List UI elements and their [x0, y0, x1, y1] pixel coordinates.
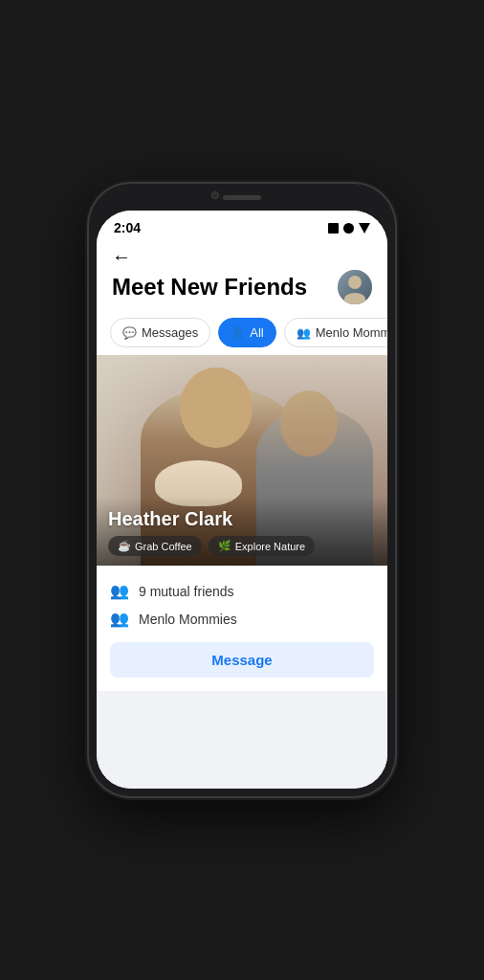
messages-tab-icon: 💬 [122, 326, 137, 340]
mutual-friends-text: 9 mutual friends [139, 584, 234, 599]
status-icons [328, 223, 370, 234]
content-area: Heather Clark ☕ Grab Coffee 🌿 Explore Na… [97, 355, 387, 789]
profile-image-container: Heather Clark ☕ Grab Coffee 🌿 Explore Na… [97, 355, 387, 566]
avatar-image [338, 270, 372, 304]
battery-icon [328, 223, 339, 234]
wifi-icon [359, 223, 370, 234]
tab-menlo-mommies[interactable]: 👥 Menlo Mommies [284, 318, 387, 347]
tab-messages-label: Messages [142, 325, 198, 340]
phone-frame: 2:04 ← Meet New Friends 💬 Mess [89, 184, 395, 796]
status-time: 2:04 [114, 220, 141, 235]
header: ← Meet New Friends [97, 241, 387, 312]
group-icon: 👥 [110, 610, 129, 628]
status-bar: 2:04 [97, 211, 387, 241]
interest-grab-coffee[interactable]: ☕ Grab Coffee [108, 536, 202, 556]
interest-tags: ☕ Grab Coffee 🌿 Explore Nature [108, 536, 376, 556]
signal-icon [343, 223, 354, 234]
group-row: 👥 Menlo Mommies [110, 605, 374, 633]
message-button[interactable]: Message [110, 642, 374, 678]
tab-all[interactable]: 👤 All [218, 318, 275, 347]
coffee-icon: ☕ [118, 540, 131, 552]
filter-tabs: 💬 Messages 👤 All 👥 Menlo Mommies [97, 312, 387, 355]
group-text: Menlo Mommies [139, 612, 237, 627]
message-button-wrap: Message [97, 633, 387, 691]
page-title: Meet New Friends [112, 274, 307, 301]
tab-messages[interactable]: 💬 Messages [110, 318, 210, 347]
camera-dot [211, 191, 219, 199]
all-tab-icon: 👤 [231, 326, 245, 340]
card-details: 👥 9 mutual friends 👥 Menlo Mommies [97, 566, 387, 633]
tab-menlo-label: Menlo Mommies [316, 325, 387, 340]
coffee-label: Grab Coffee [135, 541, 192, 552]
profile-card: Heather Clark ☕ Grab Coffee 🌿 Explore Na… [97, 355, 387, 691]
profile-name: Heather Clark [108, 508, 376, 530]
screen: 2:04 ← Meet New Friends 💬 Mess [97, 211, 387, 789]
back-arrow-icon: ← [112, 247, 131, 266]
menlo-tab-icon: 👥 [297, 326, 311, 340]
interest-explore-nature[interactable]: 🌿 Explore Nature [209, 536, 315, 556]
nature-label: Explore Nature [235, 541, 305, 552]
tab-all-label: All [250, 325, 263, 340]
user-avatar[interactable] [338, 270, 372, 304]
back-button[interactable]: ← [112, 247, 372, 266]
profile-overlay: Heather Clark ☕ Grab Coffee 🌿 Explore Na… [97, 497, 387, 566]
header-row: Meet New Friends [112, 270, 372, 304]
mutual-friends-icon: 👥 [110, 582, 129, 600]
nature-icon: 🌿 [218, 540, 231, 552]
mutual-friends-row: 👥 9 mutual friends [110, 577, 374, 605]
